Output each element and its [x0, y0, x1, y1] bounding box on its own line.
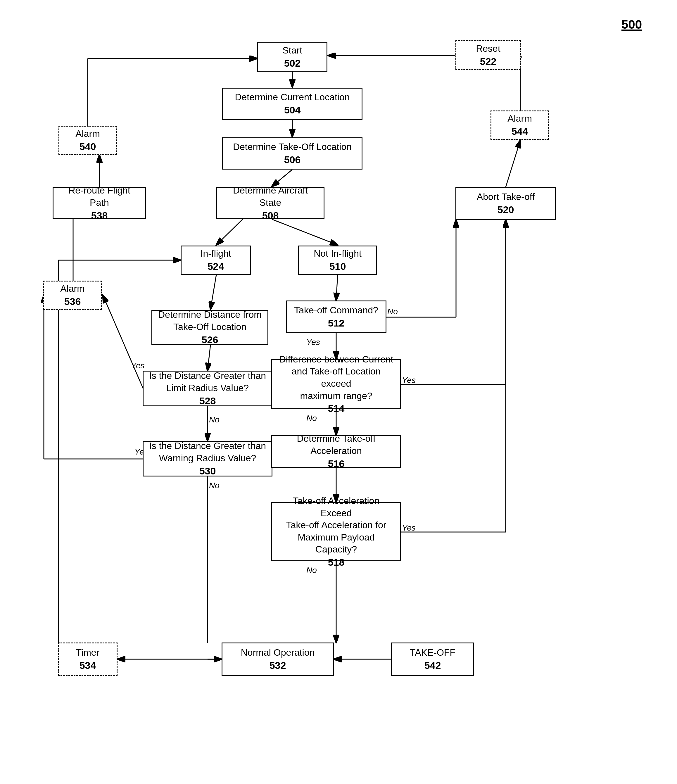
node-reset: Reset 522 — [455, 40, 521, 70]
node-is-dist-gt: Is the Distance Greater thanLimit Radius… — [143, 371, 272, 406]
node-det-dist: Determine Distance fromTake-Off Location… — [151, 310, 268, 345]
node-accel-exceed: Take-off Acceleration ExceedTake-off Acc… — [271, 502, 401, 561]
node-det-dist-num: 526 — [202, 333, 218, 346]
node-diff-exceed: Difference between Currentand Take-off L… — [271, 359, 401, 409]
node-abort-num: 520 — [498, 203, 514, 216]
svg-line-4 — [216, 219, 243, 245]
node-accel-exceed-num: 518 — [328, 556, 345, 569]
node-start: Start 502 — [257, 42, 327, 72]
node-is-warn-label: Is the Distance Greater thanWarning Radi… — [149, 440, 266, 464]
svg-line-3 — [272, 170, 292, 187]
label-yes-accel: Yes — [402, 523, 416, 533]
node-alarm540: Alarm 540 — [58, 126, 117, 155]
node-det-takeoff-loc: Determine Take-Off Location 506 — [222, 137, 363, 170]
node-normal-op: Normal Operation 532 — [222, 642, 334, 676]
node-alarm544-num: 544 — [512, 125, 528, 138]
node-alarm544: Alarm 544 — [490, 110, 549, 140]
node-takeoff-cmd-label: Take-off Command? — [294, 304, 378, 317]
node-det-state: Determine Aircraft State 508 — [216, 187, 324, 219]
flowchart-diagram: 500 — [0, 0, 677, 784]
svg-line-11 — [103, 295, 143, 389]
node-in-flight-num: 524 — [207, 260, 224, 273]
label-no-diff: No — [307, 414, 317, 423]
node-diff-exceed-label: Difference between Currentand Take-off L… — [277, 353, 395, 402]
diagram-number: 500 — [621, 17, 642, 31]
node-det-state-label: Determine Aircraft State — [223, 184, 318, 209]
label-no-accel: No — [307, 566, 317, 575]
node-start-num: 502 — [284, 57, 301, 70]
label-no-dist-gt: No — [209, 415, 219, 425]
label-no-takeoff-cmd: No — [387, 307, 398, 316]
node-timer: Timer 534 — [58, 642, 118, 676]
node-not-flight: Not In-flight 510 — [298, 246, 377, 275]
node-in-flight-label: In-flight — [201, 247, 231, 260]
node-det-loc-label: Determine Current Location — [235, 91, 350, 103]
label-no-warn: No — [209, 481, 219, 490]
node-reset-num: 522 — [480, 55, 496, 68]
node-takeoff-cmd: Take-off Command? 512 — [286, 300, 386, 333]
node-reset-label: Reset — [476, 43, 500, 55]
node-det-takeoff-loc-label: Determine Take-Off Location — [233, 141, 352, 153]
svg-line-27 — [506, 140, 520, 187]
node-is-dist-gt-label: Is the Distance Greater thanLimit Radius… — [149, 370, 266, 394]
svg-line-7 — [207, 345, 210, 371]
label-yes-dist-gt: Yes — [131, 361, 145, 370]
node-det-accel: Determine Take-off Acceleration 516 — [271, 435, 401, 468]
node-diff-exceed-num: 514 — [328, 402, 345, 415]
node-takeoff-cmd-num: 512 — [328, 317, 345, 330]
node-alarm544-label: Alarm — [507, 112, 532, 125]
node-takeoff-num: 542 — [425, 659, 441, 672]
node-timer-num: 534 — [79, 659, 96, 672]
node-is-dist-gt-num: 528 — [199, 394, 216, 407]
node-normal-op-label: Normal Operation — [241, 647, 315, 659]
node-det-loc-num: 504 — [284, 103, 301, 116]
node-is-warn-num: 530 — [199, 465, 216, 478]
node-det-state-num: 508 — [262, 209, 279, 222]
node-takeoff: TAKE-OFF 542 — [391, 642, 474, 676]
label-yes-takeoff-cmd: Yes — [307, 338, 320, 347]
node-det-dist-label: Determine Distance fromTake-Off Location — [158, 309, 261, 333]
node-timer-label: Timer — [76, 647, 100, 659]
node-alarm536-num: 536 — [64, 295, 81, 308]
svg-line-16 — [336, 275, 338, 300]
node-det-accel-label: Determine Take-off Acceleration — [277, 432, 395, 457]
svg-line-5 — [272, 219, 338, 245]
node-reroute-label: Re-route Flight Path — [59, 184, 140, 209]
node-not-flight-num: 510 — [330, 260, 346, 273]
node-alarm540-label: Alarm — [75, 128, 100, 140]
node-normal-op-num: 532 — [269, 659, 286, 672]
node-alarm536: Alarm 536 — [43, 281, 102, 310]
node-accel-exceed-label: Take-off Acceleration ExceedTake-off Acc… — [277, 495, 395, 556]
label-yes-diff: Yes — [402, 376, 416, 385]
node-alarm540-num: 540 — [79, 140, 96, 153]
node-in-flight: In-flight 524 — [181, 246, 251, 275]
node-det-loc: Determine Current Location 504 — [222, 88, 363, 120]
node-reroute: Re-route Flight Path 538 — [53, 187, 146, 219]
node-takeoff-label: TAKE-OFF — [410, 647, 455, 659]
node-det-takeoff-loc-num: 506 — [284, 153, 301, 166]
node-alarm536-label: Alarm — [60, 283, 85, 295]
node-reroute-num: 538 — [91, 209, 108, 222]
node-abort-label: Abort Take-off — [477, 191, 535, 203]
svg-line-6 — [210, 275, 216, 309]
node-start-label: Start — [282, 44, 302, 57]
node-abort: Abort Take-off 520 — [455, 187, 556, 220]
node-det-accel-num: 516 — [328, 457, 345, 470]
node-not-flight-label: Not In-flight — [314, 247, 362, 260]
node-is-warn: Is the Distance Greater thanWarning Radi… — [143, 441, 272, 476]
